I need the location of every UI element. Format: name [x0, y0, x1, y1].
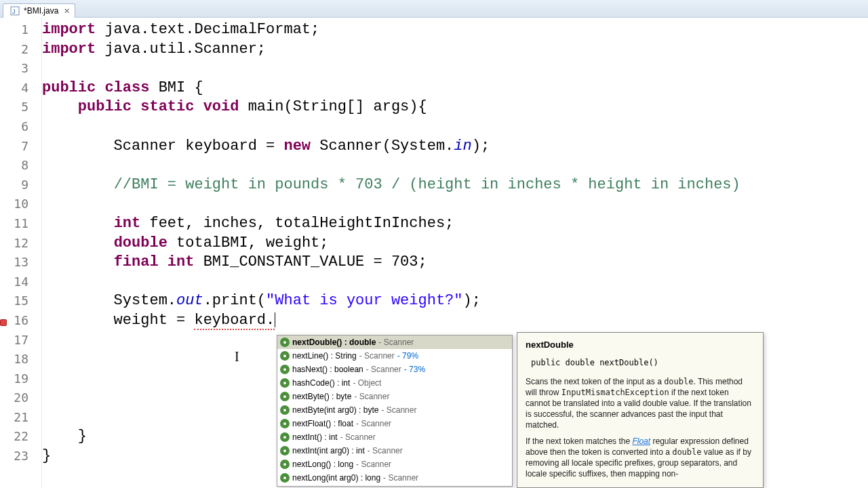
- method-public-icon: ●: [280, 460, 290, 469]
- method-public-icon: ●: [280, 378, 290, 388]
- autocomplete-item[interactable]: ●nextByte(int arg0) : byte - Scanner: [277, 403, 512, 417]
- method-public-icon: ●: [280, 473, 290, 483]
- autocomplete-popup: ●nextDouble() : double - Scanner●nextLin…: [277, 335, 513, 487]
- method-public-icon: ●: [280, 351, 290, 361]
- javadoc-signature: public double nextDouble(): [531, 357, 755, 368]
- autocomplete-item[interactable]: ●nextLong() : long - Scanner: [277, 458, 512, 471]
- autocomplete-item[interactable]: ●nextLong(int arg0) : long - Scanner: [277, 471, 512, 485]
- method-public-icon: ●: [280, 446, 290, 455]
- autocomplete-item[interactable]: ●nextByte() : byte - Scanner: [277, 390, 512, 403]
- autocomplete-item[interactable]: ●hashCode() : int - Object: [277, 376, 512, 390]
- autocomplete-item[interactable]: ●nextFloat() : float - Scanner: [277, 417, 512, 430]
- error-column: [0, 18, 8, 488]
- autocomplete-item[interactable]: ●nextLine() : String - Scanner - 79%: [277, 349, 512, 363]
- method-public-icon: ●: [280, 432, 290, 442]
- float-link[interactable]: Float: [632, 436, 650, 446]
- autocomplete-item[interactable]: ●nextDouble() : double - Scanner: [277, 336, 512, 349]
- method-public-icon: ●: [280, 419, 290, 428]
- method-public-icon: ●: [280, 365, 290, 374]
- method-public-icon: ●: [280, 392, 290, 401]
- line-gutter: 1234567891011121314151617181920212223: [8, 18, 33, 488]
- fold-column: [33, 18, 42, 488]
- method-public-icon: ●: [280, 338, 290, 347]
- autocomplete-item[interactable]: ●nextInt() : int - Scanner: [277, 430, 512, 444]
- svg-text:J: J: [12, 8, 16, 15]
- autocomplete-item[interactable]: ●nextInt(int arg0) : int - Scanner: [277, 444, 512, 458]
- autocomplete-list[interactable]: ●nextDouble() : double - Scanner●nextLin…: [277, 336, 512, 486]
- javadoc-title: nextDouble: [526, 340, 755, 350]
- autocomplete-item[interactable]: ●nextShort() : short - Scanner: [277, 485, 512, 486]
- method-public-icon: ●: [280, 405, 290, 415]
- autocomplete-item[interactable]: ●hasNext() : boolean - Scanner - 73%: [277, 363, 512, 376]
- error-marker[interactable]: [0, 319, 7, 326]
- javadoc-body: Scans the next token of the input as a d…: [526, 376, 755, 479]
- java-file-icon: J: [10, 6, 20, 16]
- tab-filename: *BMI.java: [24, 6, 58, 16]
- javadoc-popup: nextDouble public double nextDouble() Sc…: [517, 332, 764, 488]
- editor-tab[interactable]: J *BMI.java ✕: [3, 3, 75, 18]
- tab-bar: J *BMI.java ✕: [0, 0, 868, 18]
- close-icon[interactable]: ✕: [62, 7, 71, 15]
